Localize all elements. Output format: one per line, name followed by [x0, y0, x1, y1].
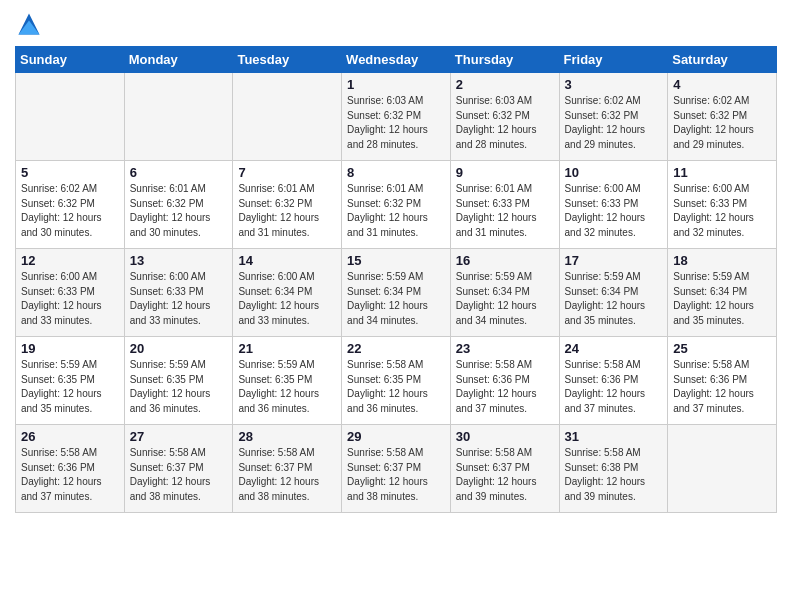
day-number: 12	[21, 253, 119, 268]
general-blue-icon	[15, 10, 43, 38]
day-info: Sunrise: 5:59 AM Sunset: 6:34 PM Dayligh…	[565, 270, 663, 328]
calendar-cell: 31Sunrise: 5:58 AM Sunset: 6:38 PM Dayli…	[559, 425, 668, 513]
day-number: 14	[238, 253, 336, 268]
dow-saturday: Saturday	[668, 47, 777, 73]
calendar-cell: 9Sunrise: 6:01 AM Sunset: 6:33 PM Daylig…	[450, 161, 559, 249]
day-info: Sunrise: 5:58 AM Sunset: 6:37 PM Dayligh…	[456, 446, 554, 504]
day-info: Sunrise: 6:02 AM Sunset: 6:32 PM Dayligh…	[673, 94, 771, 152]
calendar-table: SundayMondayTuesdayWednesdayThursdayFrid…	[15, 46, 777, 513]
day-number: 10	[565, 165, 663, 180]
calendar-cell: 26Sunrise: 5:58 AM Sunset: 6:36 PM Dayli…	[16, 425, 125, 513]
day-info: Sunrise: 6:00 AM Sunset: 6:33 PM Dayligh…	[21, 270, 119, 328]
day-info: Sunrise: 6:01 AM Sunset: 6:32 PM Dayligh…	[130, 182, 228, 240]
calendar-cell: 10Sunrise: 6:00 AM Sunset: 6:33 PM Dayli…	[559, 161, 668, 249]
day-info: Sunrise: 5:58 AM Sunset: 6:36 PM Dayligh…	[565, 358, 663, 416]
calendar-cell	[233, 73, 342, 161]
calendar-cell: 14Sunrise: 6:00 AM Sunset: 6:34 PM Dayli…	[233, 249, 342, 337]
calendar-cell: 23Sunrise: 5:58 AM Sunset: 6:36 PM Dayli…	[450, 337, 559, 425]
day-number: 6	[130, 165, 228, 180]
day-number: 24	[565, 341, 663, 356]
calendar-cell: 27Sunrise: 5:58 AM Sunset: 6:37 PM Dayli…	[124, 425, 233, 513]
day-info: Sunrise: 5:58 AM Sunset: 6:38 PM Dayligh…	[565, 446, 663, 504]
day-info: Sunrise: 5:58 AM Sunset: 6:36 PM Dayligh…	[21, 446, 119, 504]
day-number: 22	[347, 341, 445, 356]
day-number: 21	[238, 341, 336, 356]
day-number: 27	[130, 429, 228, 444]
day-number: 15	[347, 253, 445, 268]
day-number: 28	[238, 429, 336, 444]
calendar-cell: 8Sunrise: 6:01 AM Sunset: 6:32 PM Daylig…	[342, 161, 451, 249]
day-info: Sunrise: 5:58 AM Sunset: 6:37 PM Dayligh…	[347, 446, 445, 504]
dow-friday: Friday	[559, 47, 668, 73]
dow-wednesday: Wednesday	[342, 47, 451, 73]
day-number: 26	[21, 429, 119, 444]
logo	[15, 10, 47, 38]
calendar-cell	[124, 73, 233, 161]
day-number: 5	[21, 165, 119, 180]
day-number: 29	[347, 429, 445, 444]
calendar-cell: 18Sunrise: 5:59 AM Sunset: 6:34 PM Dayli…	[668, 249, 777, 337]
day-info: Sunrise: 5:58 AM Sunset: 6:37 PM Dayligh…	[130, 446, 228, 504]
week-row-3: 12Sunrise: 6:00 AM Sunset: 6:33 PM Dayli…	[16, 249, 777, 337]
dow-tuesday: Tuesday	[233, 47, 342, 73]
calendar-cell: 6Sunrise: 6:01 AM Sunset: 6:32 PM Daylig…	[124, 161, 233, 249]
week-row-4: 19Sunrise: 5:59 AM Sunset: 6:35 PM Dayli…	[16, 337, 777, 425]
day-number: 1	[347, 77, 445, 92]
day-number: 31	[565, 429, 663, 444]
day-number: 13	[130, 253, 228, 268]
day-number: 17	[565, 253, 663, 268]
calendar-cell: 1Sunrise: 6:03 AM Sunset: 6:32 PM Daylig…	[342, 73, 451, 161]
day-info: Sunrise: 6:01 AM Sunset: 6:32 PM Dayligh…	[238, 182, 336, 240]
svg-marker-2	[19, 21, 40, 35]
calendar-cell: 20Sunrise: 5:59 AM Sunset: 6:35 PM Dayli…	[124, 337, 233, 425]
calendar-cell: 13Sunrise: 6:00 AM Sunset: 6:33 PM Dayli…	[124, 249, 233, 337]
day-number: 8	[347, 165, 445, 180]
day-info: Sunrise: 5:59 AM Sunset: 6:35 PM Dayligh…	[21, 358, 119, 416]
calendar-cell: 5Sunrise: 6:02 AM Sunset: 6:32 PM Daylig…	[16, 161, 125, 249]
calendar-cell: 3Sunrise: 6:02 AM Sunset: 6:32 PM Daylig…	[559, 73, 668, 161]
calendar-cell: 24Sunrise: 5:58 AM Sunset: 6:36 PM Dayli…	[559, 337, 668, 425]
calendar-cell: 11Sunrise: 6:00 AM Sunset: 6:33 PM Dayli…	[668, 161, 777, 249]
day-info: Sunrise: 5:58 AM Sunset: 6:36 PM Dayligh…	[456, 358, 554, 416]
day-info: Sunrise: 6:00 AM Sunset: 6:34 PM Dayligh…	[238, 270, 336, 328]
day-number: 2	[456, 77, 554, 92]
day-info: Sunrise: 5:59 AM Sunset: 6:35 PM Dayligh…	[238, 358, 336, 416]
day-number: 11	[673, 165, 771, 180]
day-info: Sunrise: 6:00 AM Sunset: 6:33 PM Dayligh…	[673, 182, 771, 240]
week-row-2: 5Sunrise: 6:02 AM Sunset: 6:32 PM Daylig…	[16, 161, 777, 249]
day-info: Sunrise: 5:59 AM Sunset: 6:34 PM Dayligh…	[673, 270, 771, 328]
day-number: 20	[130, 341, 228, 356]
day-number: 4	[673, 77, 771, 92]
calendar-cell: 22Sunrise: 5:58 AM Sunset: 6:35 PM Dayli…	[342, 337, 451, 425]
calendar-cell: 19Sunrise: 5:59 AM Sunset: 6:35 PM Dayli…	[16, 337, 125, 425]
day-info: Sunrise: 6:01 AM Sunset: 6:33 PM Dayligh…	[456, 182, 554, 240]
day-number: 25	[673, 341, 771, 356]
day-number: 30	[456, 429, 554, 444]
dow-thursday: Thursday	[450, 47, 559, 73]
calendar-body: 1Sunrise: 6:03 AM Sunset: 6:32 PM Daylig…	[16, 73, 777, 513]
calendar-cell: 2Sunrise: 6:03 AM Sunset: 6:32 PM Daylig…	[450, 73, 559, 161]
days-of-week-header: SundayMondayTuesdayWednesdayThursdayFrid…	[16, 47, 777, 73]
day-info: Sunrise: 5:58 AM Sunset: 6:35 PM Dayligh…	[347, 358, 445, 416]
day-info: Sunrise: 5:58 AM Sunset: 6:36 PM Dayligh…	[673, 358, 771, 416]
day-info: Sunrise: 5:59 AM Sunset: 6:34 PM Dayligh…	[456, 270, 554, 328]
calendar-cell	[16, 73, 125, 161]
day-number: 19	[21, 341, 119, 356]
calendar-cell: 30Sunrise: 5:58 AM Sunset: 6:37 PM Dayli…	[450, 425, 559, 513]
day-number: 23	[456, 341, 554, 356]
day-info: Sunrise: 5:58 AM Sunset: 6:37 PM Dayligh…	[238, 446, 336, 504]
day-info: Sunrise: 6:02 AM Sunset: 6:32 PM Dayligh…	[565, 94, 663, 152]
calendar-cell	[668, 425, 777, 513]
day-number: 16	[456, 253, 554, 268]
day-info: Sunrise: 6:01 AM Sunset: 6:32 PM Dayligh…	[347, 182, 445, 240]
calendar-cell: 25Sunrise: 5:58 AM Sunset: 6:36 PM Dayli…	[668, 337, 777, 425]
day-number: 9	[456, 165, 554, 180]
day-info: Sunrise: 6:00 AM Sunset: 6:33 PM Dayligh…	[565, 182, 663, 240]
calendar-cell: 7Sunrise: 6:01 AM Sunset: 6:32 PM Daylig…	[233, 161, 342, 249]
calendar-cell: 4Sunrise: 6:02 AM Sunset: 6:32 PM Daylig…	[668, 73, 777, 161]
day-info: Sunrise: 5:59 AM Sunset: 6:35 PM Dayligh…	[130, 358, 228, 416]
day-number: 3	[565, 77, 663, 92]
header	[15, 10, 777, 38]
day-info: Sunrise: 5:59 AM Sunset: 6:34 PM Dayligh…	[347, 270, 445, 328]
calendar-cell: 29Sunrise: 5:58 AM Sunset: 6:37 PM Dayli…	[342, 425, 451, 513]
